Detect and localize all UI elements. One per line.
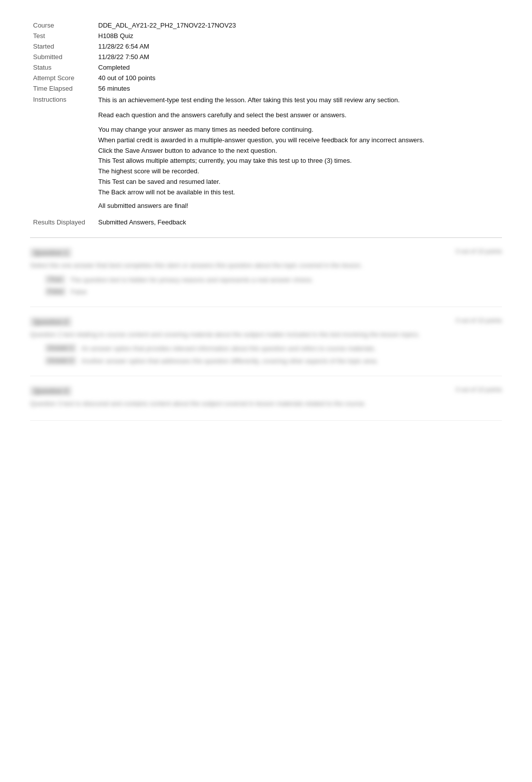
question-section: Question 1 0 out of 10 points Select the… — [30, 248, 502, 421]
instructions-label: Instructions — [30, 94, 95, 217]
question-3-label: Question 3 — [30, 386, 72, 396]
status-row: Status Completed — [30, 62, 502, 73]
question-2-label: Question 2 — [30, 317, 72, 327]
test-row: Test H108B Quiz — [30, 31, 502, 41]
question-1-answer-1: True The question text is hidden for pri… — [30, 276, 502, 285]
question-block-2: Question 2 0 out of 10 points Question 2… — [30, 317, 502, 376]
question-2-answer-2: Answer 2 Another answer option that addr… — [30, 357, 502, 366]
time-elapsed-row: Time Elapsed 56 minutes — [30, 83, 502, 94]
question-block-3: Question 3 0 out of 10 points Question 3… — [30, 386, 502, 421]
started-label: Started — [30, 41, 95, 52]
instructions-p2: Read each question and the answers caref… — [98, 110, 499, 120]
q2-answer-2-text: Another answer option that addresses thi… — [81, 357, 378, 366]
question-2-score: 0 out of 10 points — [456, 317, 502, 327]
course-label: Course — [30, 20, 95, 31]
status-value: Completed — [95, 62, 502, 73]
results-displayed-label: Results Displayed — [30, 217, 95, 227]
instructions-block: You may change your answer as many times… — [98, 125, 499, 198]
attempt-score-label: Attempt Score — [30, 73, 95, 83]
time-elapsed-label: Time Elapsed — [30, 83, 95, 94]
question-3-score: 0 out of 10 points — [456, 386, 502, 396]
submitted-row: Submitted 11/28/22 7:50 AM — [30, 52, 502, 62]
instructions-content: This is an achievement-type test ending … — [95, 94, 502, 217]
attempt-score-value: 40 out of 100 points — [95, 73, 502, 83]
results-displayed-value: Submitted Answers, Feedback — [95, 217, 502, 227]
answer-1-label: True — [45, 276, 65, 284]
q2-answer-1-text: An answer option that provides relevant … — [81, 344, 376, 353]
test-value: H108B Quiz — [95, 31, 502, 41]
answer-1-text: The question text is hidden for privacy … — [70, 276, 314, 285]
course-value: DDE_ADL_AY21-22_PH2_17NOV22-17NOV23 — [95, 20, 502, 31]
status-label: Status — [30, 62, 95, 73]
q2-answer-2-label: Answer 2 — [45, 357, 76, 365]
q2-answer-1-label: Answer 1 — [45, 344, 76, 352]
instructions-row: Instructions This is an achievement-type… — [30, 94, 502, 217]
question-1-label: Question 1 — [30, 248, 72, 257]
info-table: Course DDE_ADL_AY21-22_PH2_17NOV22-17NOV… — [30, 20, 502, 227]
question-1-answer-2: False False — [30, 288, 502, 297]
question-1-score: 0 out of 10 points — [456, 248, 502, 257]
question-3-header: Question 3 0 out of 10 points — [30, 386, 502, 396]
results-displayed-row: Results Displayed Submitted Answers, Fee… — [30, 217, 502, 227]
started-row: Started 11/28/22 6:54 AM — [30, 41, 502, 52]
time-elapsed-value: 56 minutes — [95, 83, 502, 94]
started-value: 11/28/22 6:54 AM — [95, 41, 502, 52]
course-row: Course DDE_ADL_AY21-22_PH2_17NOV22-17NOV… — [30, 20, 502, 31]
question-block-1: Question 1 0 out of 10 points Select the… — [30, 248, 502, 307]
answer-2-label: False — [45, 288, 66, 296]
instructions-p3: All submitted answers are final! — [98, 201, 499, 211]
test-label: Test — [30, 31, 95, 41]
answer-2-text: False — [71, 288, 87, 297]
attempt-score-row: Attempt Score 40 out of 100 points — [30, 73, 502, 83]
submitted-label: Submitted — [30, 52, 95, 62]
question-2-answer-1: Answer 1 An answer option that provides … — [30, 344, 502, 353]
submitted-value: 11/28/22 7:50 AM — [95, 52, 502, 62]
question-1-header: Question 1 0 out of 10 points — [30, 248, 502, 257]
question-3-text: Question 3 text is obscured and contains… — [30, 399, 502, 409]
question-2-header: Question 2 0 out of 10 points — [30, 317, 502, 327]
instructions-p1: This is an achievement-type test ending … — [98, 95, 499, 105]
section-divider — [30, 237, 502, 238]
question-1-text: Select the one answer that best complete… — [30, 260, 502, 271]
question-2-text: Question 2 text relating to course conte… — [30, 330, 502, 340]
